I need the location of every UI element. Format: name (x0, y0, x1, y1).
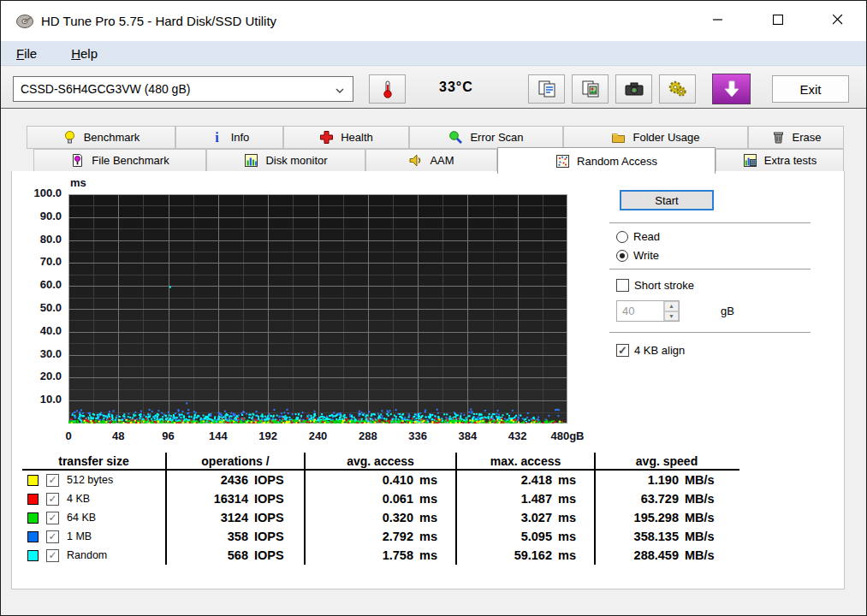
x-axis-tick-label: 384 (459, 429, 478, 442)
short-stroke-option[interactable]: Short stroke (616, 279, 815, 292)
lightbulb-icon (62, 130, 77, 145)
minimize-button[interactable] (698, 1, 738, 38)
camera-icon (624, 79, 644, 99)
read-option[interactable]: Read (616, 230, 815, 243)
file-benchmark-icon (70, 153, 85, 168)
tab-info[interactable]: iInfo (175, 126, 283, 149)
table-header-max-access: max. access (455, 453, 594, 469)
tab-row-1: BenchmarkiInfoHealthError ScanFolder Usa… (27, 126, 844, 149)
temperature-value: 33°C (439, 80, 473, 95)
x-axis-tick-label: 432 (508, 429, 527, 442)
copy-text-icon (537, 79, 557, 99)
start-button[interactable]: Start (620, 190, 714, 210)
settings-gears-icon (668, 79, 688, 99)
magnifier-icon (448, 130, 463, 145)
separator (609, 332, 811, 334)
toolbar: CSSD-S6H4GCG3VW (480 gB) 33°C (1, 67, 866, 109)
legend-cell: ✓4 KB (22, 489, 165, 508)
avg-speed-cell: 358.135MB/s (594, 527, 738, 546)
x-axis-tick-label: 336 (408, 429, 427, 442)
avg-access-cell: 0.320ms (304, 508, 455, 527)
maximize-button[interactable] (758, 1, 798, 38)
tab-row-2: File BenchmarkDisk monitorAAMRandom Acce… (33, 149, 844, 172)
save-download-icon (722, 79, 742, 99)
y-axis-tick-label: 70.0 (15, 255, 62, 268)
align-checkbox[interactable]: ✓ (616, 344, 629, 357)
series-visible-checkbox[interactable]: ✓ (46, 474, 59, 487)
copy-image-button[interactable] (572, 74, 609, 104)
app-disk-icon (15, 12, 34, 31)
align-option[interactable]: ✓ 4 KB align (616, 344, 815, 357)
transfer-size-label: 512 bytes (67, 474, 113, 486)
exit-button[interactable]: Exit (772, 75, 849, 103)
tab-error-scan[interactable]: Error Scan (409, 126, 563, 149)
series-color-swatch (27, 512, 39, 524)
drive-select-value: CSSD-S6H4GCG3VW (480 gB) (21, 82, 190, 96)
tab-aam[interactable]: AAM (365, 149, 497, 172)
x-axis-tick-label: 288 (359, 429, 377, 442)
benchmark-options-panel: Start Read Write Short stroke 40 ▲ (599, 171, 815, 357)
tab-label: File Benchmark (92, 154, 169, 167)
speaker-icon (408, 153, 423, 168)
tab-label: Info (231, 131, 250, 144)
tab-file-benchmark[interactable]: File Benchmark (33, 149, 206, 172)
tab-disk-monitor[interactable]: Disk monitor (206, 149, 365, 172)
spinner-up-icon[interactable]: ▲ (664, 301, 679, 311)
menu-file[interactable]: File (4, 41, 49, 65)
tab-label: Health (341, 131, 373, 144)
avg-speed-cell: 288.459MB/s (594, 546, 738, 565)
series-visible-checkbox[interactable]: ✓ (46, 512, 59, 524)
health-cross-icon (319, 130, 334, 145)
tab-label: AAM (430, 154, 454, 167)
transfer-size-label: 1 MB (67, 530, 92, 542)
table-row-1-mb: ✓1 MB358IOPS2.792ms5.095ms358.135MB/s (22, 527, 739, 546)
table-row-random: ✓Random568IOPS1.758ms59.162ms288.459MB/s (22, 546, 739, 565)
exit-label: Exit (799, 82, 821, 97)
operations-cell: 16314IOPS (165, 489, 304, 508)
stroke-size-spinner[interactable]: 40 ▲ ▼ (616, 300, 680, 322)
menu-help[interactable]: Help (59, 41, 110, 65)
series-visible-checkbox[interactable]: ✓ (46, 493, 59, 506)
temperature-button[interactable] (369, 74, 406, 104)
spinner-arrows[interactable]: ▲ ▼ (663, 301, 679, 321)
svg-text:i: i (215, 130, 219, 145)
window-title: HD Tune Pro 5.75 - Hard Disk/SSD Utility (41, 14, 276, 28)
close-button[interactable] (818, 1, 858, 38)
series-visible-checkbox[interactable]: ✓ (46, 530, 59, 543)
tab-benchmark[interactable]: Benchmark (27, 126, 175, 149)
spinner-down-icon[interactable]: ▼ (664, 311, 679, 322)
transfer-size-label: 64 KB (67, 512, 96, 524)
info-icon: i (210, 130, 224, 145)
short-stroke-checkbox[interactable] (616, 279, 629, 292)
transfer-size-label: Random (67, 549, 107, 561)
results-table-header: transfer sizeoperations /avg. accessmax.… (22, 453, 739, 471)
stroke-size-row: 40 ▲ ▼ gB (616, 300, 815, 322)
separator (609, 222, 811, 224)
y-axis-tick-label: 80.0 (15, 233, 62, 246)
app-window: HD Tune Pro 5.75 - Hard Disk/SSD Utility… (0, 0, 867, 616)
read-radio[interactable] (616, 231, 628, 243)
series-visible-checkbox[interactable]: ✓ (46, 549, 59, 562)
screenshot-button[interactable] (615, 74, 652, 104)
write-label: Write (633, 249, 659, 262)
tab-health[interactable]: Health (283, 126, 409, 149)
settings-button[interactable] (659, 74, 696, 104)
copy-text-button[interactable] (528, 74, 565, 104)
max-access-cell: 2.418ms (455, 471, 594, 489)
tab-erase[interactable]: Erase (748, 126, 844, 149)
tab-label: Error Scan (470, 131, 523, 144)
write-radio[interactable] (616, 250, 628, 262)
tab-folder-usage[interactable]: Folder Usage (563, 126, 748, 149)
tab-random-access[interactable]: Random Access (497, 147, 716, 174)
x-axis-tick-label: 192 (258, 429, 277, 442)
save-results-button[interactable] (712, 74, 751, 104)
y-axis-tick-label: 100.0 (15, 187, 62, 199)
write-option[interactable]: Write (616, 249, 815, 262)
tab-label: Disk monitor (265, 154, 327, 167)
table-row-512-bytes: ✓512 bytes2436IOPS0.410ms2.418ms1.190MB/… (22, 471, 739, 489)
tab-label: Erase (793, 131, 822, 144)
series-color-swatch (27, 531, 39, 542)
table-header-operations-: operations / (165, 453, 304, 469)
tab-extra-tests[interactable]: Extra tests (716, 149, 844, 172)
drive-select-dropdown[interactable]: CSSD-S6H4GCG3VW (480 gB) (13, 76, 353, 102)
